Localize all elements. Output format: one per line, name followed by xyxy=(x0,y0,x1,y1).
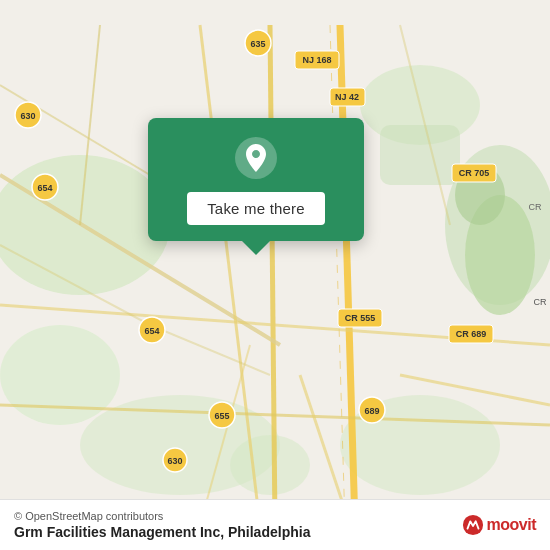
svg-text:630: 630 xyxy=(167,456,182,466)
svg-point-8 xyxy=(230,435,310,495)
svg-text:CR: CR xyxy=(529,202,542,212)
map-svg: 635 NJ 168 NJ 42 630 CR 705 654 CR 654 C… xyxy=(0,0,550,550)
bottom-bar-info: © OpenStreetMap contributors Grm Facilit… xyxy=(14,510,310,540)
svg-text:CR 555: CR 555 xyxy=(345,313,376,323)
osm-attribution: © OpenStreetMap contributors xyxy=(14,510,310,522)
svg-text:CR 689: CR 689 xyxy=(456,329,487,339)
svg-text:689: 689 xyxy=(364,406,379,416)
svg-text:655: 655 xyxy=(214,411,229,421)
popup-card: Take me there xyxy=(148,118,364,241)
svg-text:NJ 168: NJ 168 xyxy=(302,55,331,65)
location-title: Grm Facilities Management Inc, Philadelp… xyxy=(14,524,310,540)
svg-text:NJ 42: NJ 42 xyxy=(335,92,359,102)
svg-text:654: 654 xyxy=(144,326,159,336)
svg-text:CR 705: CR 705 xyxy=(459,168,490,178)
moovit-icon xyxy=(462,514,484,536)
take-me-there-button[interactable]: Take me there xyxy=(187,192,325,225)
svg-text:654: 654 xyxy=(37,183,52,193)
svg-text:630: 630 xyxy=(20,111,35,121)
location-pin-icon xyxy=(234,136,278,180)
bottom-bar: © OpenStreetMap contributors Grm Facilit… xyxy=(0,499,550,550)
moovit-brand-text: moovit xyxy=(487,516,536,534)
map-container: 635 NJ 168 NJ 42 630 CR 705 654 CR 654 C… xyxy=(0,0,550,550)
svg-rect-4 xyxy=(380,125,460,185)
svg-text:CR: CR xyxy=(534,297,547,307)
svg-text:635: 635 xyxy=(250,39,265,49)
moovit-logo: moovit xyxy=(462,514,536,536)
